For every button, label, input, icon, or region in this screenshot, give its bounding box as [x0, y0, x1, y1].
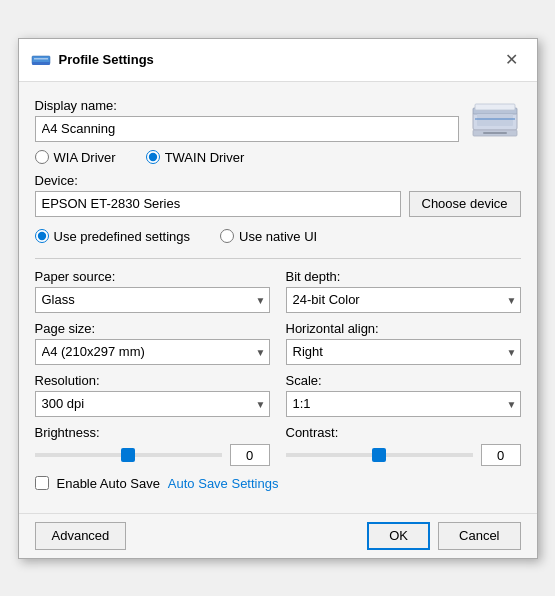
twain-driver-label: TWAIN Driver: [165, 150, 245, 165]
page-size-group: Page size: A4 (210x297 mm) Letter Legal …: [35, 321, 270, 365]
paper-source-group: Paper source: Glass ADF ADF Duplex ▼: [35, 269, 270, 313]
dialog-title: Profile Settings: [59, 52, 154, 67]
close-button[interactable]: ✕: [499, 47, 525, 73]
native-ui-option[interactable]: Use native UI: [220, 229, 317, 244]
scale-wrapper: 1:1 1:2 2:1 ▼: [286, 391, 521, 417]
profile-settings-dialog: Profile Settings ✕ Display name:: [18, 38, 538, 559]
page-size-label: Page size:: [35, 321, 270, 336]
title-bar: Profile Settings ✕: [19, 39, 537, 82]
footer-buttons: OK Cancel: [367, 522, 520, 550]
horizontal-align-wrapper: Right Left Center ▼: [286, 339, 521, 365]
predefined-settings-option[interactable]: Use predefined settings: [35, 229, 191, 244]
horizontal-align-group: Horizontal align: Right Left Center ▼: [286, 321, 521, 365]
advanced-button[interactable]: Advanced: [35, 522, 127, 550]
brightness-section: Brightness: 0: [35, 425, 270, 466]
page-size-select[interactable]: A4 (210x297 mm) Letter Legal A3: [35, 339, 270, 365]
twain-driver-option[interactable]: TWAIN Driver: [146, 150, 245, 165]
bit-depth-wrapper: 24-bit Color 8-bit Grayscale 1-bit Black…: [286, 287, 521, 313]
wia-driver-radio[interactable]: [35, 150, 49, 164]
driver-radio-row: WIA Driver TWAIN Driver: [35, 150, 521, 165]
contrast-label: Contrast:: [286, 425, 521, 440]
bit-depth-group: Bit depth: 24-bit Color 8-bit Grayscale …: [286, 269, 521, 313]
resolution-wrapper: 300 dpi 150 dpi 600 dpi 1200 dpi ▼: [35, 391, 270, 417]
predefined-settings-label: Use predefined settings: [54, 229, 191, 244]
resolution-group: Resolution: 300 dpi 150 dpi 600 dpi 1200…: [35, 373, 270, 417]
paper-source-wrapper: Glass ADF ADF Duplex ▼: [35, 287, 270, 313]
contrast-section: Contrast: 0: [286, 425, 521, 466]
brightness-slider-row: 0: [35, 444, 270, 466]
bit-depth-select[interactable]: 24-bit Color 8-bit Grayscale 1-bit Black…: [286, 287, 521, 313]
auto-save-checkbox[interactable]: [35, 476, 49, 490]
settings-grid: Paper source: Glass ADF ADF Duplex ▼ Bit…: [35, 269, 521, 425]
svg-rect-2: [32, 62, 50, 65]
auto-save-settings-link[interactable]: Auto Save Settings: [168, 476, 279, 491]
divider: [35, 258, 521, 259]
predefined-settings-radio[interactable]: [35, 229, 49, 243]
page-size-wrapper: A4 (210x297 mm) Letter Legal A3 ▼: [35, 339, 270, 365]
choose-device-button[interactable]: Choose device: [409, 191, 521, 217]
brightness-slider[interactable]: [35, 453, 222, 457]
auto-save-label: Enable Auto Save: [57, 476, 160, 491]
contrast-value: 0: [481, 444, 521, 466]
horizontal-align-label: Horizontal align:: [286, 321, 521, 336]
horizontal-align-select[interactable]: Right Left Center: [286, 339, 521, 365]
device-label: Device:: [35, 173, 401, 188]
resolution-label: Resolution:: [35, 373, 270, 388]
auto-save-row: Enable Auto Save Auto Save Settings: [35, 476, 521, 491]
svg-rect-8: [483, 132, 507, 134]
dialog-icon: [31, 52, 51, 68]
scale-group: Scale: 1:1 1:2 2:1 ▼: [286, 373, 521, 417]
display-name-col: Display name:: [35, 98, 459, 142]
scanner-icon: [469, 94, 521, 142]
brightness-contrast-row: Brightness: 0 Contrast: 0: [35, 425, 521, 466]
display-name-input[interactable]: [35, 116, 459, 142]
device-col: Device:: [35, 173, 401, 217]
twain-driver-radio[interactable]: [146, 150, 160, 164]
device-row: Device: Choose device: [35, 173, 521, 217]
wia-driver-option[interactable]: WIA Driver: [35, 150, 116, 165]
scale-label: Scale:: [286, 373, 521, 388]
native-ui-label: Use native UI: [239, 229, 317, 244]
svg-rect-9: [475, 104, 515, 110]
contrast-slider[interactable]: [286, 453, 473, 457]
brightness-value: 0: [230, 444, 270, 466]
ok-button[interactable]: OK: [367, 522, 430, 550]
svg-rect-1: [34, 58, 48, 60]
dialog-footer: Advanced OK Cancel: [19, 513, 537, 558]
wia-driver-label: WIA Driver: [54, 150, 116, 165]
scale-select[interactable]: 1:1 1:2 2:1: [286, 391, 521, 417]
dialog-content: Display name: WIA Driver TWAI: [19, 82, 537, 513]
device-input[interactable]: [35, 191, 401, 217]
paper-source-label: Paper source:: [35, 269, 270, 284]
svg-rect-6: [475, 118, 515, 120]
bit-depth-label: Bit depth:: [286, 269, 521, 284]
resolution-select[interactable]: 300 dpi 150 dpi 600 dpi 1200 dpi: [35, 391, 270, 417]
display-name-label: Display name:: [35, 98, 459, 113]
paper-source-select[interactable]: Glass ADF ADF Duplex: [35, 287, 270, 313]
title-bar-left: Profile Settings: [31, 52, 154, 68]
display-name-row: Display name:: [35, 94, 521, 142]
brightness-label: Brightness:: [35, 425, 270, 440]
native-ui-radio[interactable]: [220, 229, 234, 243]
cancel-button[interactable]: Cancel: [438, 522, 520, 550]
settings-mode-row: Use predefined settings Use native UI: [35, 225, 521, 248]
contrast-slider-row: 0: [286, 444, 521, 466]
